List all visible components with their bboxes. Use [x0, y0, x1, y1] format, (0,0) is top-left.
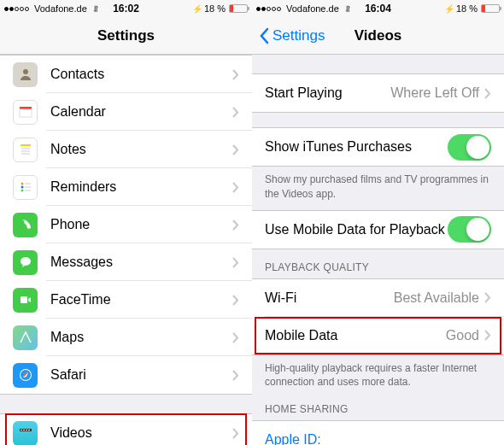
row-start-playing[interactable]: Start Playing Where Left Off — [252, 74, 504, 112]
row-videos[interactable]: Videos — [0, 414, 252, 445]
svg-rect-14 — [21, 296, 27, 303]
clock: 16:04 — [365, 3, 391, 15]
notes-icon — [13, 138, 38, 162]
home-sharing-header: HOME SHARING — [252, 398, 504, 420]
chevron-right-icon — [232, 295, 239, 306]
svg-rect-21 — [28, 430, 30, 430]
battery-pct: 18 % — [456, 3, 478, 14]
svg-point-13 — [21, 257, 31, 266]
quality-footer: High-quality playback requires a faster … — [252, 355, 504, 399]
row-mobile-data-playback: Use Mobile Data for Playback — [252, 211, 504, 249]
row-wifi-quality[interactable]: Wi-Fi Best Available — [252, 279, 504, 317]
row-calendar[interactable]: Calendar — [0, 93, 252, 131]
row-notes[interactable]: Notes — [0, 131, 252, 168]
chevron-right-icon — [484, 88, 491, 99]
carrier: Vodafone.de — [286, 3, 339, 14]
page-title: Settings — [97, 27, 155, 44]
status-bar: Vodafone.de ⥯ 16:04 ⚡ 18 % — [252, 0, 504, 17]
mobile-quality-value: Good — [446, 328, 479, 343]
chevron-left-icon — [259, 27, 269, 44]
svg-point-9 — [21, 190, 23, 192]
battery-pct: 18 % — [204, 3, 226, 14]
battery-icon — [229, 4, 248, 13]
row-safari[interactable]: Safari — [0, 356, 252, 394]
phone-icon — [13, 213, 38, 237]
reminders-icon — [13, 175, 38, 200]
svg-rect-3 — [21, 144, 31, 146]
navbar: Settings Videos — [252, 17, 504, 55]
svg-rect-18 — [21, 430, 22, 430]
svg-rect-2 — [20, 109, 32, 117]
toggle-mobile-data[interactable] — [448, 216, 491, 243]
safari-icon — [13, 363, 38, 388]
bluetooth-icon: ⚡ — [444, 4, 454, 14]
svg-point-8 — [21, 186, 23, 189]
row-reminders[interactable]: Reminders — [0, 168, 252, 206]
chevron-right-icon — [232, 107, 239, 118]
videos-screen: Vodafone.de ⥯ 16:04 ⚡ 18 % Settings Vide… — [252, 0, 504, 445]
row-contacts[interactable]: Contacts — [0, 56, 252, 93]
contacts-icon — [13, 62, 38, 87]
row-mobile-quality[interactable]: Mobile Data Good — [252, 317, 504, 354]
start-playing-value: Where Left Off — [390, 85, 479, 101]
chevron-right-icon — [232, 69, 239, 80]
page-title: Videos — [355, 27, 401, 44]
row-maps[interactable]: Maps — [0, 319, 252, 356]
row-phone[interactable]: Phone — [0, 206, 252, 243]
row-apple-id[interactable]: Apple ID: — [252, 421, 504, 445]
back-button[interactable]: Settings — [259, 27, 325, 44]
chevron-right-icon — [232, 182, 239, 193]
signal-icon — [256, 7, 281, 11]
chevron-right-icon — [232, 257, 239, 268]
signal-icon — [4, 7, 29, 11]
carrier: Vodafone.de — [34, 3, 87, 14]
wifi-quality-value: Best Available — [394, 290, 479, 306]
navbar: Settings — [0, 17, 252, 55]
chevron-right-icon — [232, 220, 239, 231]
svg-rect-19 — [23, 430, 25, 430]
row-messages[interactable]: Messages — [0, 243, 252, 281]
wifi-icon: ⥯ — [344, 4, 351, 14]
chevron-right-icon — [484, 330, 491, 341]
status-bar: Vodafone.de ⥯ 16:02 ⚡ 18 % — [0, 0, 252, 17]
chevron-right-icon — [232, 332, 239, 343]
settings-screen: Vodafone.de ⥯ 16:02 ⚡ 18 % Settings Cont… — [0, 0, 252, 445]
bluetooth-icon: ⚡ — [192, 4, 202, 14]
toggle-show-purchases[interactable] — [448, 134, 491, 161]
wifi-icon: ⥯ — [92, 4, 99, 14]
chevron-right-icon — [232, 428, 239, 439]
row-show-purchases: Show iTunes Purchases — [252, 128, 504, 166]
messages-icon — [13, 250, 38, 275]
svg-point-0 — [23, 69, 28, 74]
facetime-icon — [13, 288, 38, 313]
calendar-icon — [13, 100, 38, 125]
maps-icon — [13, 325, 38, 350]
purchases-footer: Show my purchased films and TV programme… — [252, 167, 504, 210]
quality-header: PLAYBACK QUALITY — [252, 249, 504, 278]
chevron-right-icon — [484, 292, 491, 303]
chevron-right-icon — [232, 370, 239, 381]
clock: 16:02 — [113, 3, 139, 15]
videos-icon — [13, 421, 38, 446]
svg-rect-20 — [26, 430, 27, 430]
row-facetime[interactable]: FaceTime — [0, 281, 252, 319]
chevron-right-icon — [232, 144, 239, 155]
svg-point-7 — [21, 183, 23, 185]
battery-icon — [481, 4, 500, 13]
